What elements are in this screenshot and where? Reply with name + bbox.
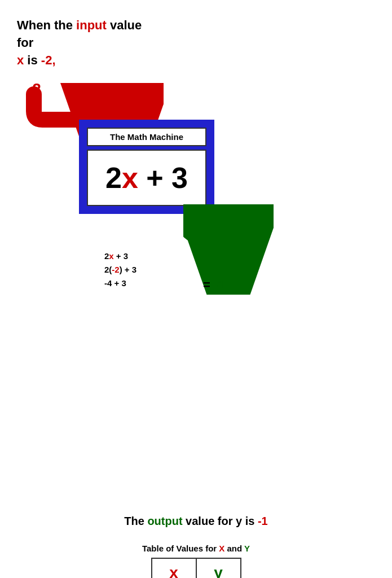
step2-post: ) + 3	[120, 265, 136, 274]
step1-post: + 3	[114, 251, 128, 261]
output-label: = -1	[203, 278, 225, 292]
step1-var: x	[109, 251, 113, 261]
intro-line2: for	[17, 36, 33, 50]
output-result: -1	[258, 515, 268, 527]
intro-line1: When the input value	[17, 18, 142, 32]
intro-post: value	[107, 18, 142, 32]
output-sentence: The output value for y is -1	[17, 515, 375, 528]
machine-box: The Math Machine 2x + 3	[79, 120, 214, 214]
table-title-y: Y	[244, 544, 250, 553]
formula-rest: + 3	[138, 161, 188, 194]
page-container: When the input value for x is -2, -2 The…	[0, 0, 392, 578]
intro-pre: When the	[17, 18, 76, 32]
machine-section: -2 The Math Machine 2x + 3	[17, 75, 375, 289]
table-header-row: x y	[152, 558, 241, 578]
step2-val: -2	[112, 265, 119, 274]
col-header-x: x	[152, 558, 196, 578]
intro-val: -2,	[41, 53, 56, 67]
output-word: output	[147, 515, 182, 527]
table-title-pre: Table of Values for	[142, 544, 219, 553]
table-title-and: and	[224, 544, 244, 553]
step-line1: 2x + 3	[104, 249, 136, 263]
machine-title: The Math Machine	[87, 128, 206, 146]
intro-mid: is	[24, 53, 41, 67]
values-table: x y -1 1 -2 -1	[151, 558, 241, 578]
step-line2: 2(-2) + 3	[104, 263, 136, 277]
green-arrow-icon	[183, 204, 274, 295]
table-section: Table of Values for X and Y x y -1 1 -2 …	[17, 544, 375, 578]
output-equals: =	[203, 278, 214, 292]
output-pre: The	[124, 515, 147, 527]
col-header-y: y	[196, 558, 241, 578]
machine-formula: 2x + 3	[87, 150, 206, 206]
formula-var: x	[122, 161, 138, 194]
intro-text: When the input value for x is -2,	[17, 17, 375, 69]
step-line3: -4 + 3	[104, 277, 136, 290]
intro-input-word: input	[76, 18, 107, 32]
steps-text: 2x + 3 2(-2) + 3 -4 + 3	[104, 249, 136, 290]
table-title: Table of Values for X and Y	[142, 544, 250, 553]
intro-x: x	[17, 53, 24, 67]
output-mid: value for y is	[183, 515, 258, 527]
step2-pre: 2(	[104, 265, 112, 274]
table-title-x: X	[219, 544, 224, 553]
output-value: -1	[214, 278, 225, 292]
formula-coeff: 2	[105, 161, 122, 194]
